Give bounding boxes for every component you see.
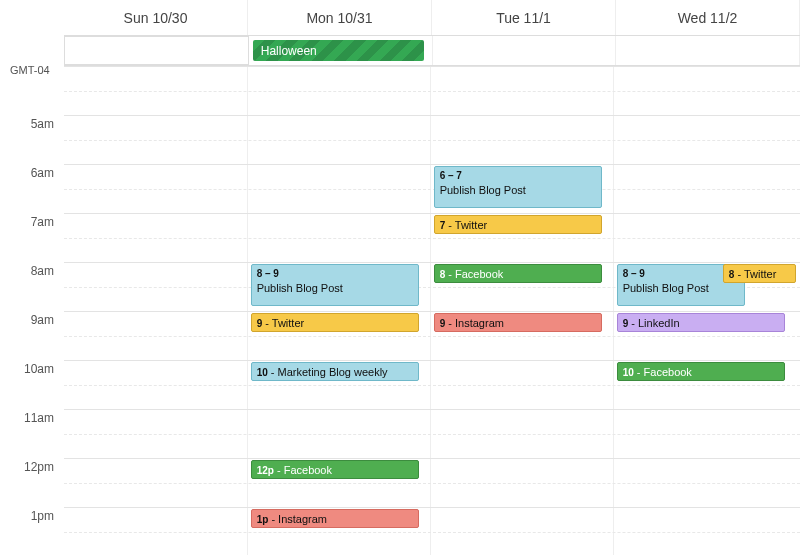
event-time: 12p — [257, 465, 274, 476]
calendar-event[interactable]: 10 - Marketing Blog weekly — [251, 362, 419, 381]
event-title: Marketing Blog weekly — [278, 366, 388, 378]
calendar-event[interactable]: 10 - Facebook — [617, 362, 785, 381]
event-title: Twitter — [744, 268, 776, 280]
event-title: Instagram — [455, 317, 504, 329]
hour-label: 8am — [0, 262, 64, 311]
event-time: 8 – 9 — [623, 267, 739, 281]
hour-labels: 4am 5am 6am 7am 8am 9am 10am 11am 12pm 1… — [0, 66, 64, 555]
event-title: Twitter — [272, 317, 304, 329]
calendar-event[interactable]: 8 - Facebook — [434, 264, 602, 283]
time-grid[interactable]: 6 – 7Publish Blog Post7 - Twitter8 – 9Pu… — [64, 66, 800, 555]
hour-label: 10am — [0, 360, 64, 409]
day-header[interactable]: Wed 11/2 — [616, 0, 800, 35]
event-time: 8 — [729, 269, 735, 280]
hour-row[interactable] — [64, 458, 800, 507]
event-title: Facebook — [644, 366, 692, 378]
allday-slot[interactable] — [616, 36, 800, 65]
calendar-event[interactable]: 9 - Instagram — [434, 313, 602, 332]
day-header[interactable]: Mon 10/31 — [248, 0, 432, 35]
calendar-event[interactable]: 8 – 9Publish Blog Post — [251, 264, 419, 306]
event-time: 7 — [440, 220, 446, 231]
allday-row: Halloween — [64, 36, 800, 66]
calendar-event[interactable]: 8 - Twitter — [723, 264, 796, 283]
allday-slot[interactable]: Halloween — [249, 36, 433, 65]
calendar-event[interactable]: 1p - Instagram — [251, 509, 419, 528]
hour-label: 7am — [0, 213, 64, 262]
event-title: Twitter — [455, 219, 487, 231]
hour-row[interactable] — [64, 213, 800, 262]
event-time: 9 — [623, 318, 629, 329]
day-header-row: Sun 10/30 Mon 10/31 Tue 11/1 Wed 11/2 — [64, 0, 800, 36]
event-title: Instagram — [278, 513, 327, 525]
hour-label: 5am — [0, 115, 64, 164]
calendar-event[interactable]: 7 - Twitter — [434, 215, 602, 234]
event-title: Publish Blog Post — [623, 281, 739, 295]
event-title: LinkedIn — [638, 317, 680, 329]
calendar-event[interactable]: 9 - Twitter — [251, 313, 419, 332]
event-time: 6 – 7 — [440, 169, 596, 183]
day-header[interactable]: Tue 11/1 — [432, 0, 616, 35]
hour-row[interactable] — [64, 164, 800, 213]
hour-row[interactable] — [64, 409, 800, 458]
event-time: 1p — [257, 514, 269, 525]
hour-label: 11am — [0, 409, 64, 458]
calendar-event[interactable]: 6 – 7Publish Blog Post — [434, 166, 602, 208]
allday-event[interactable]: Halloween — [253, 40, 424, 61]
hour-label: 6am — [0, 164, 64, 213]
hour-label: 9am — [0, 311, 64, 360]
event-time: 9 — [257, 318, 263, 329]
hour-row[interactable] — [64, 66, 800, 115]
event-title: Facebook — [284, 464, 332, 476]
hour-row[interactable] — [64, 507, 800, 555]
allday-slot[interactable] — [64, 36, 249, 65]
event-title: Facebook — [455, 268, 503, 280]
event-time: 8 — [440, 269, 446, 280]
calendar-event[interactable]: 9 - LinkedIn — [617, 313, 785, 332]
hour-label: 12pm — [0, 458, 64, 507]
hour-row[interactable] — [64, 115, 800, 164]
event-time: 8 – 9 — [257, 267, 413, 281]
event-time: 10 — [623, 367, 634, 378]
event-time: 9 — [440, 318, 446, 329]
allday-slot[interactable] — [433, 36, 617, 65]
event-time: 10 — [257, 367, 268, 378]
hour-label: 1pm — [0, 507, 64, 555]
event-title: Publish Blog Post — [257, 281, 413, 295]
day-header[interactable]: Sun 10/30 — [64, 0, 248, 35]
event-title: Publish Blog Post — [440, 183, 596, 197]
calendar-event[interactable]: 12p - Facebook — [251, 460, 419, 479]
